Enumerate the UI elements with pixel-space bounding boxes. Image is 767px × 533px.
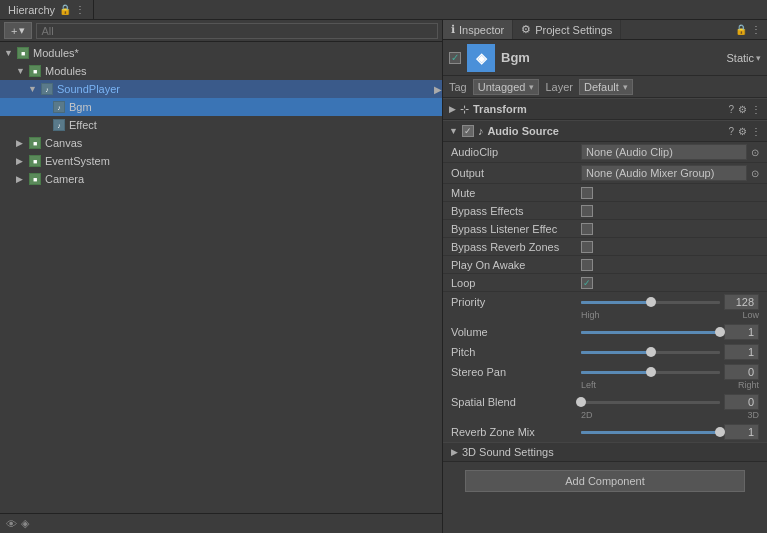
tree-item-effect[interactable]: ♪ Effect (0, 116, 442, 134)
comp-settings-icon[interactable]: ⚙ (738, 126, 747, 137)
object-header: ✓ ◈ Bgm Static ▾ (443, 40, 767, 76)
bypass-reverb-label: Bypass Reverb Zones (451, 241, 581, 253)
hierarchy-tab[interactable]: Hierarchy 🔒 ⋮ (0, 0, 94, 19)
object-active-checkbox[interactable]: ✓ (449, 52, 461, 64)
spatial-blend-slider[interactable] (581, 401, 720, 404)
tree-item-modules[interactable]: ■ Modules (0, 62, 442, 80)
bypass-effects-checkbox[interactable] (581, 205, 593, 217)
tree-item-camera[interactable]: ■ Camera (0, 170, 442, 188)
pitch-slider[interactable] (581, 351, 720, 354)
tree-item-label: Camera (45, 173, 84, 185)
audio-source-checkbox[interactable]: ✓ (462, 125, 474, 137)
bypass-listener-label: Bypass Listener Effec (451, 223, 581, 235)
arrow-right-icon: ▶ (434, 84, 442, 95)
priority-row: Priority 128 (443, 292, 767, 312)
stereo-pan-value[interactable]: 0 (724, 364, 759, 380)
object-icon: ■ (16, 46, 30, 60)
settings-tab-icon: ⚙ (521, 23, 531, 36)
hierarchy-bottom: 👁 ◈ (0, 513, 442, 533)
stereo-pan-label: Stereo Pan (451, 366, 581, 378)
sound3d-label: 3D Sound Settings (462, 446, 554, 458)
comp-help-icon[interactable]: ? (728, 126, 734, 137)
object-icon: ♪ (52, 118, 66, 132)
comp-settings-icon[interactable]: ⚙ (738, 104, 747, 115)
loop-checkbox[interactable]: ✓ (581, 277, 593, 289)
object-icon: ■ (28, 64, 42, 78)
search-input[interactable] (36, 23, 438, 39)
priority-high-label: High (581, 310, 600, 320)
reverb-value[interactable]: 1 (724, 424, 759, 440)
add-component-button[interactable]: Add Component (465, 470, 745, 492)
inspector-content: ✓ ◈ Bgm Static ▾ Tag Untagged ▾ Layer (443, 40, 767, 533)
comp-expand-icon: ▶ (449, 104, 456, 114)
foldout-arrow-icon: ▶ (451, 447, 458, 457)
object-name: Bgm (501, 50, 720, 65)
spatial-blend-value[interactable]: 0 (724, 394, 759, 410)
spatial-3d-label: 3D (747, 410, 759, 420)
priority-range-labels: High Low (443, 310, 767, 320)
priority-label: Priority (451, 296, 581, 308)
stereo-pan-slider[interactable] (581, 371, 720, 374)
reverb-label: Reverb Zone Mix (451, 426, 581, 438)
tree-item-eventsystem[interactable]: ■ EventSystem (0, 152, 442, 170)
tree-item-canvas[interactable]: ■ Canvas (0, 134, 442, 152)
reverb-slider[interactable] (581, 431, 720, 434)
object-icon: ■ (28, 136, 42, 150)
audioclip-target-icon[interactable]: ⊙ (751, 147, 759, 158)
more-icon[interactable]: ⋮ (751, 24, 761, 35)
object-3d-icon: ◈ (467, 44, 495, 72)
comp-more-icon[interactable]: ⋮ (751, 104, 761, 115)
tree-item-soundplayer[interactable]: ♪ SoundPlayer ▶ (0, 80, 442, 98)
transform-icon: ⊹ (460, 103, 469, 116)
spatial-2d-label: 2D (581, 410, 593, 420)
volume-label: Volume (451, 326, 581, 338)
output-field[interactable]: None (Audio Mixer Group) (581, 165, 747, 181)
sound3d-foldout[interactable]: ▶ 3D Sound Settings (443, 442, 767, 462)
tag-label: Tag (449, 81, 467, 93)
layer-dropdown-arrow: ▾ (623, 82, 628, 92)
main-layout: + ▾ ■ Modules* ■ Modules (0, 20, 767, 533)
layer-dropdown[interactable]: Default ▾ (579, 79, 633, 95)
volume-value[interactable]: 1 (724, 324, 759, 340)
tree-item-label: EventSystem (45, 155, 110, 167)
bypass-listener-checkbox[interactable] (581, 223, 593, 235)
mute-row: Mute (443, 184, 767, 202)
tag-layer-row: Tag Untagged ▾ Layer Default ▾ (443, 76, 767, 98)
priority-slider[interactable] (581, 301, 720, 304)
lock-icon[interactable]: 🔒 (735, 24, 747, 35)
volume-slider[interactable] (581, 331, 720, 334)
audioclip-label: AudioClip (451, 146, 581, 158)
output-target-icon[interactable]: ⊙ (751, 168, 759, 179)
mute-checkbox[interactable] (581, 187, 593, 199)
hierarchy-tree: ■ Modules* ■ Modules ♪ SoundPlayer ▶ (0, 42, 442, 513)
audio-source-name: Audio Source (487, 125, 724, 137)
tree-item-modules-root[interactable]: ■ Modules* (0, 44, 442, 62)
priority-value[interactable]: 128 (724, 294, 759, 310)
project-settings-tab-label: Project Settings (535, 24, 612, 36)
tree-item-label: Effect (69, 119, 97, 131)
top-bar: Hierarchy 🔒 ⋮ (0, 0, 767, 20)
tree-item-bgm[interactable]: ♪ Bgm (0, 98, 442, 116)
comp-help-icon[interactable]: ? (728, 104, 734, 115)
loop-label: Loop (451, 277, 581, 289)
bypass-reverb-checkbox[interactable] (581, 241, 593, 253)
lock-icon: 🔒 (59, 4, 71, 15)
menu-icon: ⋮ (75, 4, 85, 15)
comp-more-icon[interactable]: ⋮ (751, 126, 761, 137)
tag-value: Untagged (478, 81, 526, 93)
stereo-left-label: Left (581, 380, 596, 390)
audio-source-component-header[interactable]: ▼ ✓ ♪ Audio Source ? ⚙ ⋮ (443, 120, 767, 142)
tag-dropdown[interactable]: Untagged ▾ (473, 79, 540, 95)
pitch-value[interactable]: 1 (724, 344, 759, 360)
transform-component-header[interactable]: ▶ ⊹ Transform ? ⚙ ⋮ (443, 98, 767, 120)
tab-inspector[interactable]: ℹ Inspector (443, 20, 513, 39)
play-on-awake-label: Play On Awake (451, 259, 581, 271)
tab-project-settings[interactable]: ⚙ Project Settings (513, 20, 621, 39)
pitch-row: Pitch 1 (443, 342, 767, 362)
expand-arrow (28, 84, 40, 94)
static-dropdown[interactable]: Static ▾ (726, 52, 761, 64)
add-button[interactable]: + ▾ (4, 22, 32, 39)
audioclip-field[interactable]: None (Audio Clip) (581, 144, 747, 160)
play-on-awake-checkbox[interactable] (581, 259, 593, 271)
output-value: None (Audio Mixer Group) (586, 167, 714, 179)
